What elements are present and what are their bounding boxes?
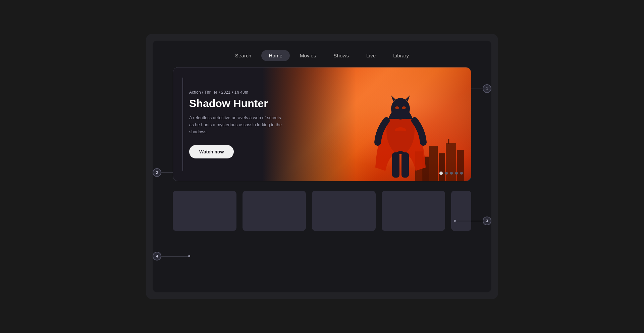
annotation-number-4: 4	[153, 252, 161, 260]
svg-rect-7	[448, 139, 449, 144]
annotation-line-3	[456, 221, 483, 221]
watch-now-button[interactable]: Watch now	[189, 145, 234, 158]
nav-bar: Search Home Movies Shows Live Library	[153, 41, 491, 67]
annotation-number-3: 3	[483, 217, 491, 225]
hero-title: Shadow Hunter	[189, 97, 314, 110]
svg-rect-14	[392, 152, 399, 178]
hero-content: Action / Thriller • 2021 • 1h 48m Shadow…	[173, 67, 314, 181]
carousel-dot-3[interactable]	[450, 172, 453, 175]
svg-point-9	[391, 98, 410, 120]
thumbnail-row	[153, 181, 491, 231]
outer-frame: 1 2 3 4 Search Home Movies Shows Live	[146, 34, 498, 299]
inner-screen: Search Home Movies Shows Live Library	[153, 41, 491, 292]
annotation-number-1: 1	[483, 84, 491, 93]
svg-point-13	[402, 106, 406, 109]
nav-live[interactable]: Live	[359, 50, 383, 61]
nav-search[interactable]: Search	[228, 50, 259, 61]
hero-section: Action / Thriller • 2021 • 1h 48m Shadow…	[173, 67, 471, 181]
annotation-4: 4	[153, 252, 190, 260]
nav-shows[interactable]: Shows	[326, 50, 356, 61]
carousel-dot-5[interactable]	[460, 172, 463, 175]
svg-rect-3	[446, 143, 456, 181]
nav-library[interactable]: Library	[386, 50, 416, 61]
hero-card: Action / Thriller • 2021 • 1h 48m Shadow…	[173, 67, 471, 181]
nav-home[interactable]: Home	[261, 50, 290, 61]
carousel-dot-2[interactable]	[445, 172, 448, 175]
annotation-line-4	[161, 256, 188, 256]
svg-rect-15	[401, 152, 409, 178]
thumbnail-1[interactable]	[173, 191, 236, 231]
nav-movies[interactable]: Movies	[292, 50, 323, 61]
annotation-3: 3	[454, 217, 491, 225]
hero-description: A relentless detective unravels a web of…	[189, 114, 283, 135]
thumbnail-3[interactable]	[312, 191, 376, 231]
svg-rect-4	[457, 150, 464, 181]
hero-figure	[364, 80, 437, 181]
carousel-dot-1[interactable]	[439, 172, 443, 175]
hero-meta: Action / Thriller • 2021 • 1h 48m	[189, 90, 314, 95]
svg-rect-2	[439, 153, 445, 181]
svg-point-12	[395, 106, 399, 109]
annotation-dot-4	[188, 255, 190, 257]
thumbnail-2[interactable]	[243, 191, 306, 231]
thumbnail-4[interactable]	[382, 191, 445, 231]
carousel-dots	[439, 172, 463, 175]
annotation-number-2: 2	[153, 168, 161, 177]
carousel-dot-4[interactable]	[455, 172, 458, 175]
